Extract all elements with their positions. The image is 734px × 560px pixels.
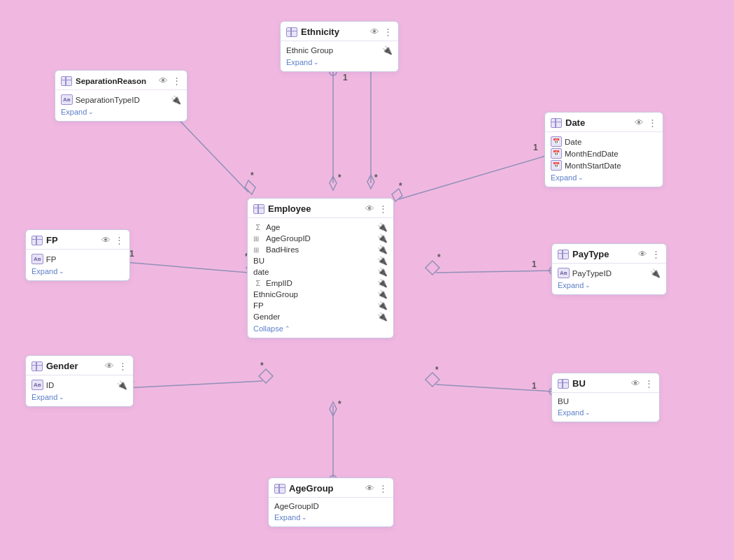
table-icon [551, 118, 562, 128]
svg-line-30 [436, 385, 553, 392]
svg-marker-1 [330, 176, 337, 190]
eye-icon[interactable]: 👁 [105, 361, 114, 371]
field-type-icon: Σ [253, 279, 263, 287]
field-name: BadHires [266, 245, 299, 254]
svg-marker-37 [330, 402, 337, 416]
eye-slash-icon[interactable]: 🔌 [171, 95, 181, 105]
more-icon[interactable]: ⋮ [651, 249, 661, 259]
entity-fp-body: Aв FP Expand ⌄ [26, 250, 129, 280]
field-row: 📅 Date [551, 136, 657, 148]
eye-slash-icon[interactable]: 🔌 [377, 267, 388, 277]
more-icon[interactable]: ⋮ [648, 117, 657, 128]
chevron-down-icon: ⌄ [88, 108, 94, 115]
eye-slash-icon[interactable]: 🔌 [382, 45, 393, 55]
table-icon [558, 250, 569, 259]
eye-slash-icon[interactable]: 🔌 [117, 380, 127, 390]
field-name: EmplID [266, 279, 292, 287]
more-icon[interactable]: ⋮ [644, 378, 654, 389]
field-name: MonthStartDate [565, 161, 621, 170]
more-icon[interactable]: ⋮ [379, 483, 388, 494]
eye-slash-icon[interactable]: 🔌 [377, 245, 388, 254]
eye-slash-icon[interactable]: 🔌 [377, 312, 388, 322]
chevron-down-icon: ⌄ [59, 268, 64, 275]
eye-slash-icon[interactable]: 🔌 [377, 222, 388, 232]
expand-link[interactable]: Expand ⌄ [558, 279, 661, 292]
field-name: EthnicGroup [253, 290, 298, 299]
table-icon [61, 76, 72, 86]
field-type-icon: ⊞ [253, 235, 263, 243]
entity-paytype: PayType 👁 ⋮ Aв PayTypeID 🔌 Expand ⌄ [551, 243, 667, 295]
entity-ethnicity: Ethnicity 👁 ⋮ Ethnic Group 🔌 Expand ⌄ [280, 21, 399, 72]
expand-link[interactable]: Expand ⌄ [551, 171, 657, 184]
svg-marker-42 [367, 175, 374, 189]
eye-slash-icon[interactable]: 🔌 [377, 256, 388, 266]
chevron-down-icon: ⌄ [585, 409, 591, 416]
eye-slash-icon[interactable]: 🔌 [650, 268, 661, 278]
eye-icon[interactable]: 👁 [370, 27, 379, 37]
svg-text:*: * [250, 171, 254, 180]
expand-link[interactable]: Expand ⌄ [31, 391, 127, 403]
eye-icon[interactable]: 👁 [635, 117, 644, 128]
field-name: date [253, 268, 269, 276]
entity-employee: Employee 👁 ⋮ Σ Age 🔌 ⊞ AgeGroupID 🔌 ⊞ Ba… [247, 198, 394, 338]
chevron-down-icon: ⌄ [578, 174, 584, 181]
field-name: AgeGroupID [266, 234, 311, 243]
eye-slash-icon[interactable]: 🔌 [377, 234, 388, 243]
expand-link[interactable]: Expand ⌄ [274, 511, 388, 524]
expand-link[interactable]: Expand ⌄ [31, 265, 124, 278]
field-name: AgeGroupID [274, 502, 319, 510]
entity-employee-header: Employee 👁 ⋮ [248, 199, 393, 218]
field-row: 📅 MonthStartDate [551, 159, 657, 171]
field-name: ID [46, 381, 55, 389]
expand-link[interactable]: Expand ⌄ [286, 56, 393, 69]
field-row: ⊞ BadHires 🔌 [253, 244, 388, 255]
field-row: FP 🔌 [253, 300, 388, 311]
field-row: Aв PayTypeID 🔌 [558, 267, 661, 279]
table-icon [31, 361, 43, 371]
more-icon[interactable]: ⋮ [118, 361, 127, 371]
eye-icon[interactable]: 👁 [101, 235, 111, 245]
field-row: ⊞ AgeGroupID 🔌 [253, 233, 388, 244]
more-icon[interactable]: ⋮ [383, 27, 393, 37]
entity-separationreason-title: SeparationReason [76, 77, 146, 85]
table-icon [31, 236, 43, 245]
eye-slash-icon[interactable]: 🔌 [377, 278, 388, 288]
svg-text:*: * [437, 252, 441, 262]
svg-line-10 [399, 154, 553, 199]
expand-link[interactable]: Expand ⌄ [558, 406, 654, 419]
field-type-icon: Aв [31, 254, 43, 264]
field-type-icon: Aв [31, 380, 43, 390]
entity-paytype-title: PayType [572, 249, 609, 259]
eye-icon[interactable]: 👁 [638, 249, 647, 259]
chevron-down-icon: ⌄ [585, 282, 591, 289]
table-icon [558, 379, 569, 389]
eye-slash-icon[interactable]: 🔌 [377, 301, 388, 310]
expand-link[interactable]: Expand ⌄ [61, 106, 181, 118]
svg-marker-32 [425, 373, 439, 387]
field-row: Aв SeparationTypeID 🔌 [61, 94, 181, 106]
more-icon[interactable]: ⋮ [172, 76, 181, 86]
entity-agegroup: AgeGroup 👁 ⋮ AgeGroupID Expand ⌄ [268, 478, 394, 527]
entity-gender-header: Gender 👁 ⋮ [26, 356, 133, 375]
eye-icon[interactable]: 👁 [159, 76, 168, 86]
eye-icon[interactable]: 👁 [631, 378, 640, 389]
svg-text:*: * [435, 365, 439, 375]
eye-icon[interactable]: 👁 [365, 483, 374, 494]
svg-marker-27 [259, 369, 273, 383]
svg-text:*: * [260, 361, 264, 371]
field-row: Aв ID 🔌 [31, 379, 127, 391]
field-row: AgeGroupID [274, 501, 388, 511]
field-name: Age [266, 223, 280, 231]
eye-icon[interactable]: 👁 [365, 203, 374, 214]
entity-ethnicity-body: Ethnic Group 🔌 Expand ⌄ [281, 41, 398, 71]
eye-slash-icon[interactable]: 🔌 [377, 289, 388, 299]
entity-bu-title: BU [572, 378, 586, 389]
table-icon [253, 204, 264, 214]
chevron-down-icon: ⌄ [302, 514, 307, 521]
entity-date-header: Date 👁 ⋮ [545, 113, 663, 132]
collapse-link[interactable]: Collapse ⌃ [253, 322, 388, 335]
field-name: BU [253, 257, 264, 265]
field-row: Gender 🔌 [253, 311, 388, 322]
more-icon[interactable]: ⋮ [115, 235, 124, 245]
more-icon[interactable]: ⋮ [379, 203, 388, 214]
